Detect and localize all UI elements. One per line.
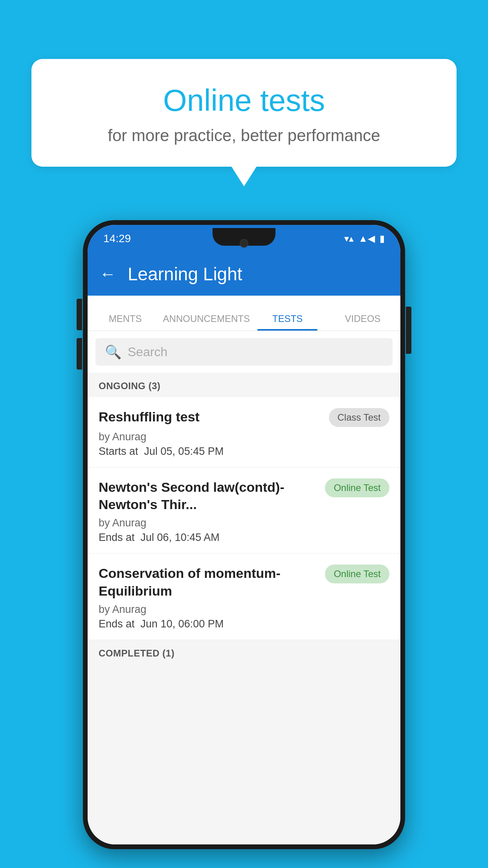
test-card-reshuffling[interactable]: Reshuffling test Class Test by Anurag St…: [88, 397, 400, 467]
test-date-conservation: Ends at Jun 10, 06:00 PM: [99, 618, 389, 630]
tab-bar: MENTS ANNOUNCEMENTS TESTS VIDEOS: [88, 296, 400, 331]
test-author-conservation: by Anurag: [99, 603, 389, 616]
card-top-reshuffling: Reshuffling test Class Test: [99, 408, 389, 427]
test-card-newton[interactable]: Newton's Second law(contd)-Newton's Thir…: [88, 467, 400, 554]
test-author-reshuffling: by Anurag: [99, 431, 389, 443]
promo-bubble: Online tests for more practice, better p…: [31, 59, 457, 167]
phone-screen: 14:29 ▾▴ ▲◀ ▮ ← Learning Light MENTS ANN…: [88, 225, 400, 844]
ongoing-section-header: ONGOING (3): [88, 373, 400, 397]
search-input[interactable]: Search: [128, 345, 167, 359]
badge-newton: Online Test: [325, 478, 389, 497]
card-top-newton: Newton's Second law(contd)-Newton's Thir…: [99, 478, 389, 513]
volume-up-button: [77, 299, 82, 330]
card-top-conservation: Conservation of momentum-Equilibrium Onl…: [99, 565, 389, 599]
power-button: [406, 307, 411, 354]
back-button[interactable]: ←: [99, 265, 116, 283]
app-bar: ← Learning Light: [88, 252, 400, 296]
badge-reshuffling: Class Test: [329, 408, 389, 427]
volume-down-button: [77, 338, 82, 370]
test-title-newton: Newton's Second law(contd)-Newton's Thir…: [99, 478, 319, 513]
front-camera: [240, 239, 248, 248]
phone-mockup: 14:29 ▾▴ ▲◀ ▮ ← Learning Light MENTS ANN…: [83, 220, 405, 849]
battery-icon: ▮: [380, 233, 385, 244]
phone-notch: [213, 228, 275, 246]
tab-ments[interactable]: MENTS: [88, 313, 163, 331]
search-container: 🔍 Search: [88, 331, 400, 373]
app-title: Learning Light: [128, 263, 242, 285]
tab-videos[interactable]: VIDEOS: [325, 313, 400, 331]
search-bar[interactable]: 🔍 Search: [95, 338, 393, 366]
signal-icon: ▲◀: [358, 233, 375, 244]
content-area: ONGOING (3) Reshuffling test Class Test …: [88, 373, 400, 844]
completed-section-header: COMPLETED (1): [88, 640, 400, 664]
test-card-conservation[interactable]: Conservation of momentum-Equilibrium Onl…: [88, 554, 400, 640]
test-title-conservation: Conservation of momentum-Equilibrium: [99, 565, 319, 599]
bubble-title: Online tests: [59, 83, 429, 118]
wifi-icon: ▾▴: [344, 233, 354, 244]
search-icon: 🔍: [105, 344, 121, 360]
phone-frame: 14:29 ▾▴ ▲◀ ▮ ← Learning Light MENTS ANN…: [83, 220, 405, 849]
test-date-newton: Ends at Jul 06, 10:45 AM: [99, 531, 389, 544]
test-author-newton: by Anurag: [99, 517, 389, 529]
bubble-subtitle: for more practice, better performance: [59, 126, 429, 145]
status-icons: ▾▴ ▲◀ ▮: [344, 233, 385, 244]
test-title-reshuffling: Reshuffling test: [99, 408, 323, 425]
test-date-reshuffling: Starts at Jul 05, 05:45 PM: [99, 445, 389, 458]
badge-conservation: Online Test: [325, 565, 389, 583]
status-time: 14:29: [103, 232, 131, 245]
tab-tests[interactable]: TESTS: [250, 313, 325, 331]
tab-announcements[interactable]: ANNOUNCEMENTS: [163, 313, 250, 331]
